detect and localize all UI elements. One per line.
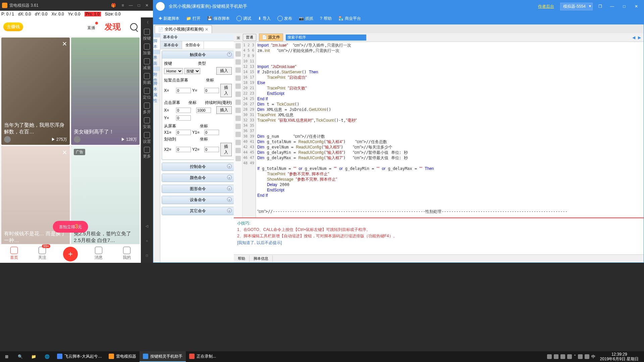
minimize-icon[interactable]: — [607, 3, 617, 10]
left-tab-props[interactable]: 脚本属性 [153, 83, 160, 100]
back-icon[interactable]: ◁ [141, 219, 153, 233]
video-card[interactable]: 美女碰到高手了！ ▶ 128万 [71, 38, 140, 145]
device-section-header[interactable]: 设备命令⌄ [162, 196, 234, 204]
tool-icon[interactable] [235, 148, 241, 153]
x-input[interactable] [176, 108, 191, 113]
tool-icon[interactable] [235, 92, 241, 97]
help-button[interactable]: ?帮助 [317, 14, 334, 23]
sidebar-settings[interactable]: 设置 [141, 131, 153, 145]
collapse-icon[interactable]: 《 [141, 17, 153, 27]
sidebar-keys[interactable]: 按键 [141, 27, 153, 42]
tool-icon[interactable] [235, 59, 241, 65]
chrome-icon[interactable]: 🌐 [40, 351, 54, 362]
maximize-icon[interactable]: □ [136, 2, 142, 9]
publish-button[interactable]: 发布 [275, 14, 295, 23]
x1-input[interactable] [176, 130, 191, 135]
minimize-icon[interactable]: — [127, 2, 134, 9]
close-icon[interactable]: ✕ [62, 40, 67, 48]
avatar-icon[interactable] [4, 136, 11, 143]
insert-button[interactable]: 插入 [216, 67, 232, 75]
taskbar-clock[interactable]: 12:39:292019年6月9日 星期日 [597, 352, 641, 362]
explorer-icon[interactable]: 📁 [27, 351, 40, 362]
taskbar-app[interactable]: 按键精灵手机助手 [140, 351, 186, 362]
control-section-header[interactable]: 控制命令⌄ [162, 163, 234, 171]
menu-icon[interactable]: ≡ [119, 2, 126, 9]
tips-dismiss-link[interactable]: [我知道了, 以后不必提示] [237, 240, 640, 246]
y1-input[interactable] [204, 130, 219, 135]
touch-section-header[interactable]: 触摸命令⌃ [162, 51, 234, 59]
sidebar-vol-up[interactable]: 加量 [141, 42, 153, 57]
tab-live[interactable]: 直播 [87, 22, 95, 31]
close-icon[interactable]: ✕ [632, 3, 641, 10]
taskbar-app[interactable]: 正在录制... [186, 351, 219, 362]
taskbar-app[interactable]: 雷电模拟器 [105, 351, 140, 362]
tool-icon[interactable] [235, 100, 241, 105]
tool-icon[interactable] [235, 67, 241, 73]
left-tab-script[interactable]: 脚本 [153, 33, 160, 50]
taskbar-app[interactable]: 飞云脚本-大风起兮… [54, 351, 105, 362]
sidebar-screenshot[interactable]: 剪裁 [141, 72, 153, 86]
debug-button[interactable]: 调试 [234, 14, 254, 23]
tool-icon[interactable] [235, 132, 241, 137]
code-editor[interactable]: Import "zm.luae" "cm">//导入插件,只需执行一次 zm.I… [256, 42, 644, 218]
tray-icon[interactable] [585, 354, 589, 359]
earn-coin-button[interactable]: 去赚钱 [3, 22, 23, 31]
close-tab-icon[interactable]: ✕ [205, 27, 208, 32]
home-icon[interactable]: ○ [141, 233, 153, 248]
y2-input[interactable] [204, 147, 219, 152]
author-link[interactable]: 作者后台 [538, 4, 554, 9]
nav-messages[interactable]: 消息 [85, 244, 113, 263]
x2-input[interactable] [176, 147, 191, 152]
view-source-button[interactable]: 📄 源文件 [259, 34, 283, 41]
y-input[interactable] [204, 88, 219, 93]
tray-icon[interactable] [547, 354, 552, 359]
promo-bubble[interactable]: 首拍立得3元 [53, 221, 88, 233]
bottom-tab-help[interactable]: 帮助 [234, 255, 250, 262]
key-select[interactable]: Home [164, 68, 183, 74]
tab-discover[interactable]: 发现 [105, 21, 121, 32]
restore-icon[interactable]: ❐ [595, 3, 605, 10]
video-card[interactable]: ✕ 当年为了娶她，我用尽浑身解数，在百… ▶ 275万 [1, 38, 70, 145]
user-avatar-icon[interactable] [156, 2, 165, 11]
type-select[interactable]: 按键 [184, 68, 200, 74]
open-button[interactable]: 📁打开 [183, 14, 203, 23]
tool-icon[interactable] [235, 75, 241, 81]
tray-icon[interactable] [554, 354, 558, 359]
capture-button[interactable]: 📷抓抓 [296, 14, 316, 23]
tool-icon[interactable] [235, 43, 241, 49]
left-tab-ui[interactable]: 界面 [153, 50, 160, 67]
import-button[interactable]: ⬇导入 [255, 14, 273, 23]
tray-icon[interactable] [578, 354, 583, 359]
hold-input[interactable] [196, 108, 211, 113]
maximize-icon[interactable]: □ [620, 3, 629, 10]
tool-icon[interactable] [235, 156, 241, 161]
nav-home[interactable]: 首页 [0, 244, 28, 263]
ime-indicator[interactable]: 中 [591, 354, 595, 360]
x-input[interactable] [176, 88, 191, 93]
nav-follow[interactable]: 关注99+ [28, 244, 56, 263]
sidebar-vol-down[interactable]: 减量 [141, 57, 153, 72]
cmd-tab-all[interactable]: 全部命令 [182, 41, 204, 49]
shape-section-header[interactable]: 图形命令⌄ [162, 185, 234, 193]
nav-add[interactable]: + [56, 244, 85, 263]
editor-tab[interactable]: 📄全民小视频(课程案例)✕ [155, 25, 212, 33]
insert-button[interactable]: 插入 [220, 143, 232, 156]
close-icon[interactable]: ✕ [62, 149, 67, 156]
nav-fwd-icon[interactable]: ▶ [638, 35, 641, 40]
recent-icon[interactable]: □ [141, 248, 153, 263]
save-button[interactable]: 💾保存脚本 [205, 14, 232, 23]
platform-button[interactable]: 🏪商业平台 [336, 14, 364, 23]
y-input[interactable] [176, 115, 191, 121]
tool-icon[interactable] [235, 51, 241, 57]
insert-button[interactable]: 插入 [216, 106, 232, 114]
sidebar-install[interactable]: 安装 [141, 116, 153, 131]
device-dropdown[interactable]: 模拟器-5554 [560, 3, 593, 10]
bottom-tab-info[interactable]: 脚本信息 [250, 255, 273, 262]
search-icon[interactable] [130, 23, 138, 31]
avatar-icon[interactable] [74, 136, 80, 143]
tray-icon[interactable] [560, 354, 565, 359]
gift-icon[interactable]: 🎁 [111, 3, 116, 8]
view-normal-button[interactable]: 普通 [243, 34, 256, 41]
tool-icon[interactable] [235, 124, 241, 129]
new-script-button[interactable]: ✚新建脚本 [156, 14, 182, 23]
